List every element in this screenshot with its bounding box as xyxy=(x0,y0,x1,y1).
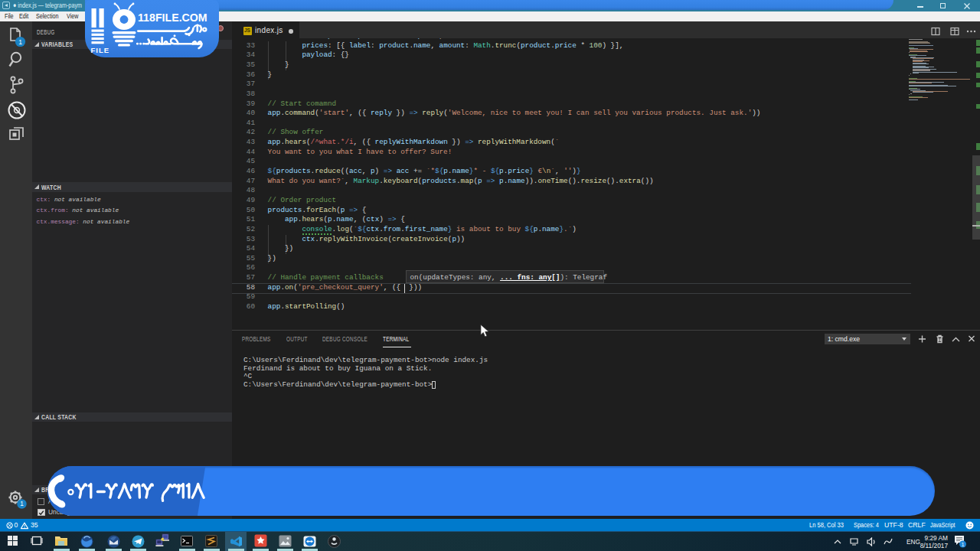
svg-text:1: 1 xyxy=(18,38,22,46)
svg-text:FILE: FILE xyxy=(91,46,110,54)
svg-text:1: 1 xyxy=(20,500,24,507)
svg-text:118FILE.COM: 118FILE.COM xyxy=(138,11,207,24)
svg-text:1: 1 xyxy=(962,542,965,547)
